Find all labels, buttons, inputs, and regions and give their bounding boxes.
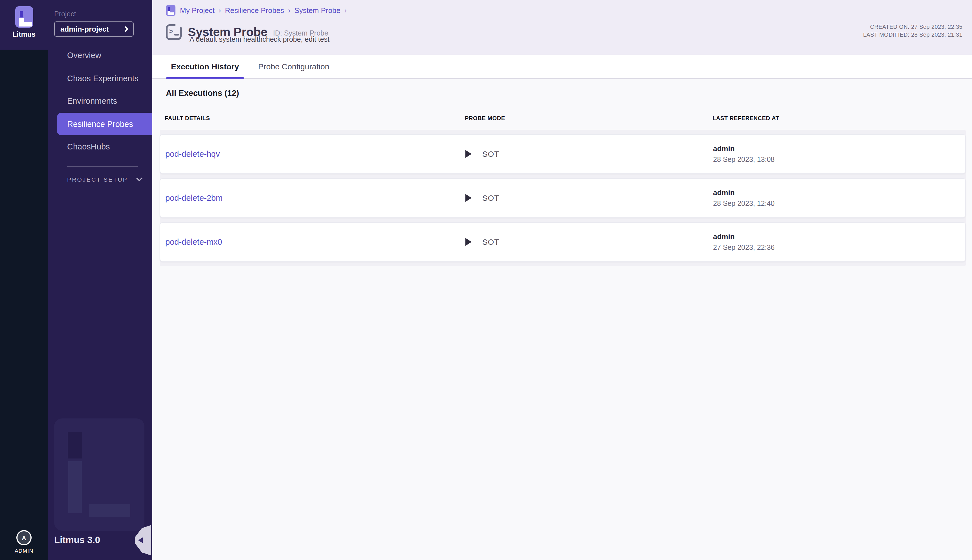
play-icon[interactable] (465, 238, 472, 246)
probe-mode-value: SOT (482, 150, 499, 158)
litmus-watermark (54, 418, 144, 531)
breadcrumb-litmus-icon (166, 5, 175, 16)
play-icon[interactable] (465, 150, 472, 158)
icon-rail: Litmus A ADMIN (0, 0, 48, 560)
play-icon[interactable] (465, 194, 472, 202)
sidebar-divider (67, 167, 138, 167)
collapse-arrow-icon (138, 537, 143, 543)
sidebar-item-environments[interactable]: Environments (48, 90, 152, 113)
main-area: My Project › Resilience Probes › System … (152, 0, 972, 560)
sidebar-item-resilience-probes[interactable]: Resilience Probes (57, 113, 152, 135)
project-selector[interactable]: admin-project (54, 22, 134, 37)
probe-description: A default system healthcheck probe, edit… (190, 35, 330, 43)
probe-meta: CREATED ON: 27 Sep 2023, 22:35 LAST MODI… (863, 23, 962, 38)
fault-link[interactable]: pod-delete-2bm (165, 193, 223, 202)
column-fault-details: FAULT DETAILS (160, 115, 465, 121)
created-on: CREATED ON: 27 Sep 2023, 22:35 (863, 23, 962, 31)
breadcrumb-separator-icon: › (288, 6, 290, 15)
user-block[interactable]: A ADMIN (0, 530, 48, 554)
table-header-row: FAULT DETAILS PROBE MODE LAST REFERENCED… (160, 115, 966, 121)
table-row[interactable]: pod-delete-hqv SOT admin 28 Sep 2023, 13… (160, 134, 966, 174)
column-last-referenced: LAST REFERENCED AT (712, 115, 966, 121)
referenced-by: admin (713, 188, 965, 197)
fault-link[interactable]: pod-delete-hqv (165, 150, 220, 158)
referenced-by: admin (713, 232, 965, 241)
table-row[interactable]: pod-delete-2bm SOT admin 28 Sep 2023, 12… (160, 178, 966, 218)
breadcrumb-separator-icon: › (344, 6, 347, 15)
chevron-down-icon (136, 175, 142, 182)
breadcrumb-my-project[interactable]: My Project (180, 6, 215, 15)
breadcrumb-resilience-probes[interactable]: Resilience Probes (225, 6, 284, 15)
tab-bar: Execution History Probe Configuration (152, 55, 972, 79)
litmus-app: Litmus A ADMIN Project admin-project Ove… (0, 0, 972, 560)
sidebar-item-chaos-experiments[interactable]: Chaos Experiments (48, 67, 152, 90)
table-row[interactable]: pod-delete-mx0 SOT admin 27 Sep 2023, 22… (160, 222, 966, 262)
probe-mode-value: SOT (482, 193, 499, 202)
screen: Litmus A ADMIN Project admin-project Ove… (0, 0, 972, 560)
probe-mode-value: SOT (482, 237, 499, 247)
project-label: Project (54, 10, 76, 18)
referenced-by: admin (713, 144, 965, 153)
referenced-at: 28 Sep 2023, 12:40 (713, 200, 965, 208)
breadcrumb: My Project › Resilience Probes › System … (166, 5, 351, 16)
sidebar-nav: Overview Chaos Experiments Environments … (48, 44, 152, 158)
executions-heading: All Executions (12) (166, 88, 239, 98)
project-setup-label: PROJECT SETUP (67, 176, 128, 183)
tab-execution-history[interactable]: Execution History (166, 55, 244, 78)
referenced-at: 28 Sep 2023, 13:08 (713, 156, 965, 163)
brand-block[interactable]: Litmus (0, 0, 48, 50)
terminal-probe-icon: > (166, 24, 182, 40)
sidebar: Project admin-project Overview Chaos Exp… (48, 0, 152, 560)
sidebar-item-chaoshubs[interactable]: ChaosHubs (48, 135, 152, 158)
last-modified: LAST MODIFIED: 28 Sep 2023, 21:31 (863, 31, 962, 38)
referenced-at: 27 Sep 2023, 22:36 (713, 243, 965, 252)
user-label: ADMIN (0, 548, 48, 554)
litmus-logo-icon (15, 6, 33, 28)
sidebar-item-overview[interactable]: Overview (48, 44, 152, 67)
project-name: admin-project (60, 25, 123, 33)
chevron-right-icon (123, 26, 128, 32)
breadcrumb-separator-icon: › (218, 6, 221, 15)
column-probe-mode: PROBE MODE (465, 115, 712, 121)
tab-probe-configuration[interactable]: Probe Configuration (253, 55, 334, 78)
execution-history-panel: All Executions (12) FAULT DETAILS PROBE … (152, 79, 972, 560)
version-label: Litmus 3.0 (54, 535, 100, 545)
avatar[interactable]: A (17, 530, 32, 545)
breadcrumb-system-probe[interactable]: System Probe (295, 6, 340, 15)
project-setup-toggle[interactable]: PROJECT SETUP (67, 176, 141, 183)
page-header: My Project › Resilience Probes › System … (152, 0, 972, 55)
executions-list: pod-delete-hqv SOT admin 28 Sep 2023, 13… (160, 130, 966, 266)
brand-label: Litmus (0, 30, 48, 38)
fault-link[interactable]: pod-delete-mx0 (165, 237, 222, 247)
